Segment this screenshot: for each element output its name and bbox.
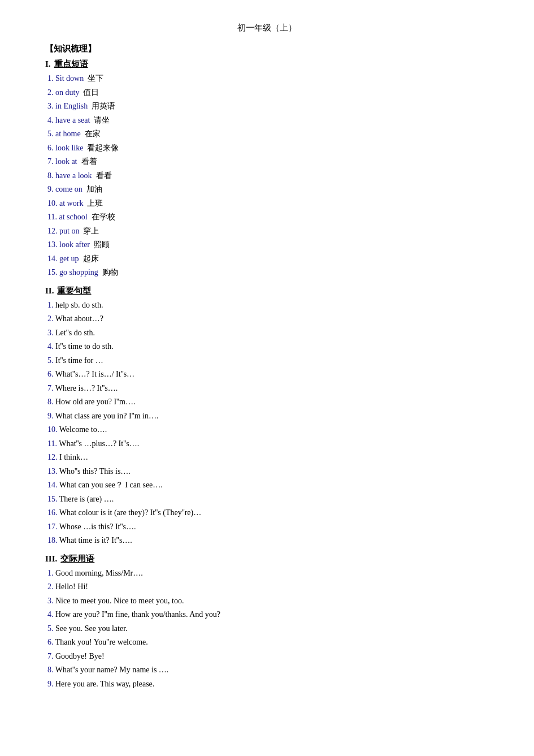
list-item: 2. on duty 值日 <box>47 86 489 100</box>
list-item: 7. Goodbye! Bye! <box>47 650 489 664</box>
list-item: 14. What can you see？ I can see…. <box>47 478 489 493</box>
list-item: 9. What class are you in? I''m in…. <box>47 409 489 424</box>
knowledge-header: 【知识梳理】 <box>45 44 489 54</box>
list-item: 12. put on 穿上 <box>47 224 489 239</box>
list-item: 5. It''s time for … <box>47 354 489 368</box>
list-item: 7. look at 看着 <box>47 155 489 169</box>
list-item: 6. What''s…? It is…/ It''s… <box>47 368 489 382</box>
section2-heading: 重要句型 <box>57 286 91 296</box>
list-item: 18. What time is it? It''s…. <box>47 534 489 548</box>
list-item: 2. What about…? <box>47 312 489 326</box>
section2-list: 1. help sb. do sth.2. What about…?3. Let… <box>45 299 489 548</box>
list-item: 13. look after 照顾 <box>47 238 489 252</box>
section1-roman: I. <box>45 59 51 69</box>
list-item: 8. How old are you? I''m…. <box>47 395 489 409</box>
list-item: 10. at work 上班 <box>47 197 489 211</box>
list-item: 15. There is (are) …. <box>47 493 489 507</box>
section3-heading: 交际用语 <box>60 554 94 564</box>
list-item: 11. What''s …plus…? It''s…. <box>47 437 489 451</box>
list-item: 4. It''s time to do sth. <box>47 340 489 354</box>
list-item: 2. Hello! Hi! <box>47 580 489 594</box>
section3-block: III. 交际用语 1. Good morning, Miss/Mr….2. H… <box>45 554 489 692</box>
list-item: 12. I think… <box>47 451 489 465</box>
list-item: 16. What colour is it (are they)? It''s … <box>47 506 489 520</box>
list-item: 17. Whose …is this? It''s…. <box>47 520 489 534</box>
list-item: 3. in English 用英语 <box>47 100 489 114</box>
list-item: 6. look like 看起来像 <box>47 141 489 155</box>
list-item: 11. at school 在学校 <box>47 210 489 224</box>
list-item: 6. Thank you! You''re welcome. <box>47 636 489 650</box>
list-item: 1. help sb. do sth. <box>47 299 489 313</box>
list-item: 3. Let''s do sth. <box>47 326 489 340</box>
list-item: 13. Who''s this? This is…. <box>47 465 489 479</box>
list-item: 3. Nice to meet you. Nice to meet you, t… <box>47 594 489 608</box>
list-item: 8. have a look 看看 <box>47 169 489 183</box>
section1-list: 1. Sit down 坐下2. on duty 值日3. in English… <box>45 72 489 280</box>
section3-list: 1. Good morning, Miss/Mr….2. Hello! Hi!3… <box>45 567 489 692</box>
section1-heading: 重点短语 <box>54 59 88 70</box>
list-item: 15. go shopping 购物 <box>47 266 489 280</box>
list-item: 4. How are you? I''m fine, thank you/tha… <box>47 608 489 622</box>
list-item: 14. get up 起床 <box>47 252 489 266</box>
section3-roman: III. <box>45 554 57 564</box>
section2-block: II. 重要句型 1. help sb. do sth.2. What abou… <box>45 286 489 548</box>
list-item: 5. at home 在家 <box>47 127 489 141</box>
section2-roman: II. <box>45 286 54 296</box>
list-item: 10. Welcome to…. <box>47 423 489 437</box>
list-item: 1. Good morning, Miss/Mr…. <box>47 567 489 581</box>
list-item: 8. What''s your name? My name is …. <box>47 663 489 677</box>
list-item: 7. Where is…? It''s…. <box>47 382 489 396</box>
list-item: 4. have a seat 请坐 <box>47 114 489 128</box>
list-item: 1. Sit down 坐下 <box>47 72 489 86</box>
list-item: 9. Here you are. This way, please. <box>47 677 489 692</box>
list-item: 5. See you. See you later. <box>47 622 489 636</box>
section1-block: I. 重点短语 1. Sit down 坐下2. on duty 值日3. in… <box>45 59 489 280</box>
list-item: 9. come on 加油 <box>47 183 489 197</box>
page-title: 初一年级（上） <box>45 23 489 33</box>
